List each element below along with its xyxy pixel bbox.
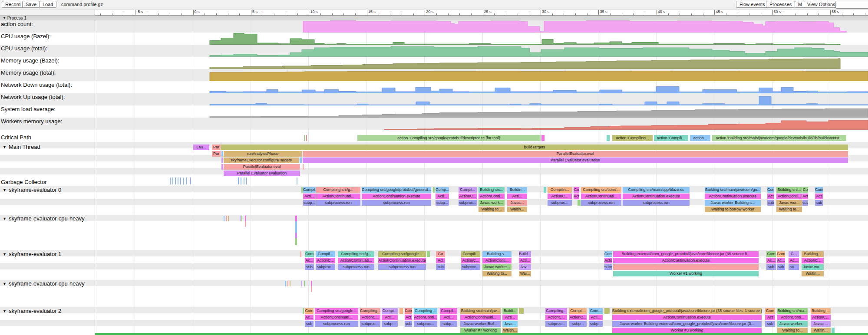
trace-event-bar[interactable]: sub [436,264,445,270]
trace-event-bar[interactable]: Waiting to borrow worker [705,207,761,212]
save-button[interactable]: Save [22,1,40,8]
trace-event-sliver[interactable] [832,328,835,333]
trace-event-bar[interactable]: ActionC... [811,315,831,320]
counter-chart[interactable] [0,45,868,57]
trace-event-bar[interactable]: Acti... [382,315,398,320]
trace-event-bar[interactable]: subproc... [545,321,567,327]
trace-event-bar[interactable]: Building src... [479,187,505,193]
trace-event-bar[interactable]: ActionC... [360,315,380,320]
trace-event-bar[interactable]: Co [436,251,445,257]
trace-event-bar[interactable]: ActionContinuation.execute [362,194,431,199]
trace-event-bar[interactable]: Building ... [811,308,831,314]
trace-event-bar[interactable]: Javac worker... [777,321,808,327]
trace-event-bar[interactable]: su... [789,264,799,270]
trace-event-sliver[interactable] [301,187,303,193]
trace-event-bar[interactable]: Acti... [440,315,457,320]
trace-event-bar[interactable]: sub [767,200,774,206]
trace-event-bar[interactable]: subprocess.run [623,200,690,206]
trace-event-bar[interactable]: sub [765,321,775,327]
trace-event-bar[interactable]: sub [766,264,776,270]
trace-event-sliver[interactable] [224,216,224,221]
trace-event-bar[interactable]: Building... [802,251,824,257]
counter-chart[interactable] [0,20,868,33]
trace-event-sliver[interactable] [433,187,435,193]
trace-event-bar[interactable]: Compiling src/google/protobuf/generat... [362,187,431,193]
trace-event-bar[interactable]: subprocess.run [316,200,360,206]
trace-event-sliver[interactable] [541,135,545,141]
trace-event-sliver[interactable] [241,177,241,184]
timeline-ruler[interactable]: -5 s0 s5 s10 s15 s20 s25 s30 s35 s40 s45… [95,10,868,16]
counter-chart[interactable] [0,33,868,45]
trace-event-sliver[interactable] [190,177,191,184]
trace-event-sliver[interactable] [301,281,302,286]
trace-event-bar[interactable]: Par [212,145,221,150]
trace-event-bar[interactable]: Com [815,187,823,193]
trace-event-bar[interactable]: Building external/com_google_protobuf/ja… [612,308,762,314]
trace-event-sliver[interactable] [246,177,247,184]
trace-event-bar[interactable]: Act [574,194,579,199]
trace-event-sliver[interactable] [183,177,184,184]
trace-event-bar[interactable]: Waitin... [811,328,831,333]
trace-event-bar[interactable]: ActionContinuati... [338,258,374,263]
trace-event-sliver[interactable] [226,216,227,221]
trace-event-sliver[interactable] [427,251,430,257]
trace-event-sliver[interactable] [180,177,181,184]
trace-event-bar[interactable]: subproc... [316,264,335,270]
trace-event-sliver[interactable] [399,308,403,314]
trace-event-bar[interactable]: Compiling src/main/cpp/blaze.cc [623,187,690,193]
trace-event-bar[interactable]: ActionC... [461,258,480,263]
trace-event-bar[interactable]: Com [765,308,775,314]
trace-event-bar[interactable]: Javac wor... [776,200,802,206]
trace-event-bar[interactable]: Worker #7 working [460,328,501,333]
trace-event-sliver[interactable] [170,177,171,184]
trace-event-sliver[interactable] [311,281,312,286]
track-label-row[interactable]: ▼skyframe-evaluator 0 [3,187,61,193]
trace-event-bar[interactable]: sub [815,200,823,206]
track-label-row[interactable]: ▼Main Thread [3,144,40,150]
trace-event-bar[interactable]: Com... [589,308,603,314]
trace-event-sliver[interactable] [300,158,302,163]
trace-event-bar[interactable]: Act [765,315,775,320]
trace-event-sliver[interactable] [295,238,297,245]
trace-event-bar[interactable]: sub [405,321,412,327]
trace-event-bar[interactable]: Compil... [569,308,587,314]
trace-event-bar[interactable]: Act [815,194,823,199]
trace-event-sliver[interactable] [186,177,187,184]
trace-event-bar[interactable]: Waiting to... [776,207,802,212]
trace-event-sliver[interactable] [304,135,305,141]
trace-event-bar[interactable]: Ac... [777,258,785,263]
trace-event-bar[interactable]: Javac worker Buil... [460,321,501,327]
trace-event-bar[interactable]: Com [777,251,785,257]
trace-event-sliver[interactable] [613,264,759,270]
trace-event-bar[interactable]: Jav... [519,264,531,270]
trace-event-bar[interactable]: ActionContinuation.execute [612,315,762,320]
trace-event-sliver[interactable] [178,177,178,184]
trace-event-bar[interactable]: Waitin... [507,207,527,212]
trace-event-bar[interactable]: ActionContinuati... [315,315,358,320]
trace-event-bar[interactable]: Ac... [789,258,799,263]
trace-event-bar[interactable]: Com [305,308,314,314]
trace-event-sliver[interactable] [295,227,297,233]
trace-event-bar[interactable]: Ac... [305,258,314,263]
trace-event-bar[interactable]: C... [789,251,799,257]
trace-event-bar[interactable]: runAnalysisPhase [224,151,302,157]
trace-event-bar[interactable]: ActionC... [548,194,572,199]
trace-event-bar[interactable]: Com [305,251,314,257]
trace-event-bar[interactable]: Javac worker... [482,264,512,270]
trace-event-bar[interactable]: Act [405,315,412,320]
trace-event-bar[interactable]: Waitin... [802,271,824,276]
trace-event-bar[interactable]: ParallelEvaluator.eval [303,151,848,157]
trace-event-bar[interactable]: Wai... [519,271,531,276]
view-options-button[interactable]: View Options [804,1,839,8]
trace-event-bar[interactable]: Parallel Evaluator evaluation [303,158,848,163]
trace-event-bar[interactable]: Worker #3 working [612,328,762,333]
trace-event-bar[interactable]: Compilin... [548,187,572,193]
trace-event-bar[interactable]: ParallelEvaluator.eval [224,164,300,170]
trace-event-sliver[interactable] [519,308,524,314]
processes-button[interactable]: Processes [766,1,795,8]
trace-event-bar[interactable]: action... [690,135,710,141]
collapse-arrow-icon[interactable]: ▼ [3,309,7,313]
trace-event-bar[interactable]: Lau... [193,145,209,150]
trace-event-bar[interactable]: subproc... [548,200,572,206]
trace-event-bar[interactable]: ActionConti... [777,315,808,320]
